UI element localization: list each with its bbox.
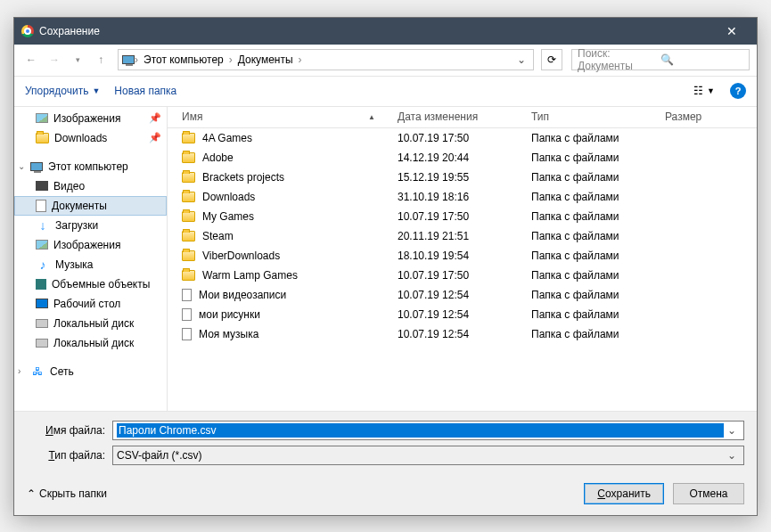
cancel-button[interactable]: Отмена: [673, 483, 744, 504]
disk-icon: [36, 339, 48, 348]
file-row[interactable]: мои рисунки10.07.19 12:54Папка с файлами: [168, 305, 757, 324]
new-folder-button[interactable]: Новая папка: [114, 85, 176, 97]
file-name: My Games: [202, 210, 254, 223]
column-type[interactable]: Тип: [524, 110, 658, 123]
filetype-select[interactable]: CSV-файл (*.csv) ⌄: [112, 446, 744, 465]
breadcrumb-item[interactable]: Этот компьютер: [138, 53, 229, 66]
sidebar-item-label: Видео: [53, 180, 85, 192]
file-row[interactable]: 4A Games10.07.19 17:50Папка с файлами: [168, 128, 757, 148]
file-row[interactable]: Steam20.11.19 21:51Папка с файлами: [168, 226, 757, 246]
file-row[interactable]: My Games10.07.19 17:50Папка с файлами: [168, 207, 757, 226]
image-icon: [36, 113, 48, 123]
folder-icon: [182, 152, 195, 163]
forward-button[interactable]: →: [45, 50, 64, 70]
chevron-down-icon[interactable]: ⌄: [724, 449, 740, 462]
sidebar-item-label: Музыка: [55, 258, 93, 271]
recent-dropdown[interactable]: ▾: [68, 50, 87, 70]
file-type: Папка с файлами: [524, 191, 658, 203]
file-type: Папка с файлами: [524, 230, 658, 242]
sidebar-item[interactable]: Изображения📌: [14, 109, 167, 128]
file-date: 10.07.19 17:50: [390, 210, 524, 223]
chevron-down-icon: ▼: [707, 86, 715, 95]
file-name: 4A Games: [202, 132, 252, 144]
sidebar-item[interactable]: Документы: [14, 196, 167, 216]
file-name: Downloads: [202, 191, 255, 203]
file-row[interactable]: Моя музыка10.07.19 12:54Папка с файлами: [168, 324, 757, 344]
sidebar-item[interactable]: ↓Загрузки: [14, 216, 167, 235]
chevron-right-icon: ›: [18, 366, 21, 376]
file-name: Warm Lamp Games: [202, 269, 298, 282]
chevron-down-icon: ⌄: [18, 161, 25, 171]
filename-label: Имя файла:: [27, 424, 112, 437]
file-date: 14.12.19 20:44: [390, 151, 524, 164]
hide-folders-button[interactable]: ⌃ Скрыть папки: [27, 487, 107, 500]
file-type: Папка с файлами: [524, 250, 658, 262]
search-icon: 🔍: [660, 53, 743, 66]
column-size[interactable]: Размер: [658, 110, 729, 123]
music-icon: ♪: [36, 258, 50, 272]
file-name: Steam: [202, 230, 234, 242]
sidebar-item[interactable]: Локальный диск: [14, 333, 167, 353]
file-row[interactable]: Мои видеозаписи10.07.19 12:54Папка с фай…: [168, 285, 757, 305]
view-options-button[interactable]: ☷ ▼: [687, 81, 721, 101]
save-button[interactable]: Сохранить: [584, 483, 664, 504]
sidebar-item-label: Сеть: [50, 365, 74, 378]
file-date: 15.12.19 19:55: [390, 171, 524, 184]
folder-icon: [182, 133, 195, 143]
file-name: Brackets projects: [202, 171, 284, 184]
titlebar: Сохранение ✕: [14, 18, 757, 45]
sidebar-item-label: Этот компьютер: [48, 160, 128, 173]
file-type: Папка с файлами: [524, 210, 658, 223]
image-icon: [36, 240, 48, 250]
filetype-value: CSV-файл (*.csv): [117, 449, 724, 462]
sidebar-item[interactable]: Downloads📌: [14, 128, 167, 148]
folder-icon: [182, 172, 195, 183]
sidebar-item[interactable]: Рабочий стол: [14, 294, 167, 314]
file-date: 20.11.19 21:51: [390, 230, 524, 242]
sidebar-item[interactable]: Локальный диск: [14, 314, 167, 333]
file-row[interactable]: Adobe14.12.19 20:44Папка с файлами: [168, 148, 757, 168]
help-button[interactable]: ?: [730, 83, 746, 99]
filename-value: Пароли Chrome.csv: [117, 423, 724, 438]
search-input[interactable]: Поиск: Документы 🔍: [571, 49, 750, 70]
back-button[interactable]: ←: [21, 50, 41, 70]
chevron-down-icon[interactable]: ⌄: [724, 424, 740, 437]
file-row[interactable]: ViberDownloads18.10.19 19:54Папка с файл…: [168, 246, 757, 266]
column-name[interactable]: Имя ▲: [168, 110, 390, 123]
chrome-icon: [21, 25, 34, 37]
file-icon: [182, 328, 192, 340]
folder-icon: [182, 231, 195, 241]
breadcrumb-item[interactable]: Документы: [233, 53, 299, 66]
column-headers: Имя ▲ Дата изменения Тип Размер: [168, 107, 757, 128]
breadcrumb[interactable]: › Этот компьютер › Документы › ⌄: [118, 49, 534, 70]
sidebar-item-label: Локальный диск: [53, 337, 134, 349]
download-icon: ↓: [36, 218, 50, 233]
sidebar-item[interactable]: Видео: [14, 176, 167, 196]
sidebar-item-label: Изображения: [53, 239, 120, 251]
file-row[interactable]: Warm Lamp Games10.07.19 17:50Папка с фай…: [168, 266, 757, 285]
up-button[interactable]: ↑: [91, 50, 111, 70]
pc-icon: [122, 55, 135, 64]
sidebar-item-network[interactable]: ›🖧Сеть: [14, 362, 167, 381]
hide-folders-label: Скрыть папки: [39, 487, 107, 500]
file-type: Папка с файлами: [524, 289, 658, 301]
organize-menu[interactable]: Упорядочить ▼: [25, 85, 100, 97]
file-type: Папка с файлами: [524, 132, 658, 144]
view-icon: ☷: [693, 85, 703, 97]
save-dialog: Сохранение ✕ ← → ▾ ↑ › Этот компьютер › …: [13, 17, 758, 516]
close-button[interactable]: ✕: [714, 24, 750, 38]
column-date[interactable]: Дата изменения: [390, 110, 524, 123]
file-list: Имя ▲ Дата изменения Тип Размер 4A Games…: [168, 107, 757, 411]
sidebar-item[interactable]: Объемные объекты: [14, 274, 167, 294]
file-row[interactable]: Brackets projects15.12.19 19:55Папка с ф…: [168, 168, 757, 187]
breadcrumb-dropdown[interactable]: ⌄: [513, 53, 529, 66]
sidebar-item[interactable]: Изображения: [14, 235, 167, 255]
file-date: 10.07.19 17:50: [390, 269, 524, 282]
file-row[interactable]: Downloads31.10.19 18:16Папка с файлами: [168, 187, 757, 207]
file-type: Папка с файлами: [524, 308, 658, 321]
sidebar-item-pc[interactable]: ⌄Этот компьютер: [14, 157, 167, 176]
sidebar-item[interactable]: ♪Музыка: [14, 255, 167, 274]
filename-input[interactable]: Пароли Chrome.csv ⌄: [112, 421, 744, 440]
refresh-button[interactable]: ⟳: [541, 49, 562, 70]
file-type: Папка с файлами: [524, 328, 658, 340]
